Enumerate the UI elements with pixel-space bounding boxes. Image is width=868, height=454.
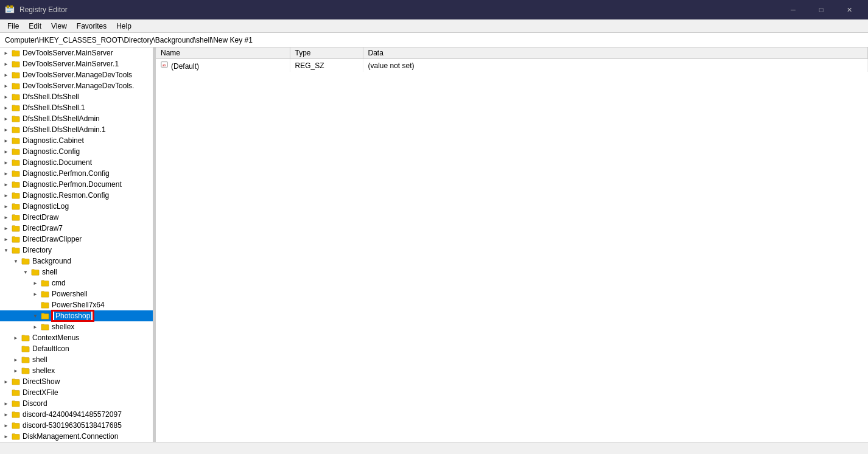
- cell-type: REG_SZ: [290, 59, 363, 72]
- tree-item[interactable]: ▼ Photoshop: [0, 310, 153, 321]
- folder-icon: [11, 114, 21, 124]
- tree-expand-icon[interactable]: ►: [1, 169, 11, 178]
- folder-icon: [11, 158, 21, 167]
- menu-favorites[interactable]: Favorites: [72, 21, 111, 32]
- tree-expand-icon[interactable]: ▼: [30, 311, 40, 321]
- close-button[interactable]: ✕: [835, 0, 863, 19]
- tree-expand-icon[interactable]: ►: [1, 70, 11, 80]
- tree-expand-icon[interactable]: [11, 344, 21, 354]
- tree-item-label: DfsShell.DfsShell: [23, 93, 79, 101]
- folder-icon: [11, 48, 21, 58]
- tree-item[interactable]: ► DevToolsServer.MainServer: [0, 47, 153, 58]
- tree-item[interactable]: ► DevToolsServer.ManageDevTools.: [0, 80, 153, 91]
- tree-expand-icon[interactable]: ►: [1, 377, 11, 386]
- tree-item[interactable]: ► Powershell: [0, 288, 153, 299]
- tree-item-label: Diagnostic.Cabinet: [23, 136, 84, 145]
- tree-item[interactable]: ► DirectDraw: [0, 212, 153, 223]
- menu-view[interactable]: View: [46, 21, 72, 32]
- tree-expand-icon[interactable]: ►: [30, 278, 40, 288]
- tree-item[interactable]: ► DevToolsServer.MainServer.1: [0, 58, 153, 69]
- col-header-type[interactable]: Type: [290, 47, 363, 59]
- tree-expand-icon[interactable]: ►: [1, 190, 11, 200]
- tree-item[interactable]: PowerShell7x64: [0, 299, 153, 310]
- tree-item[interactable]: ► DiagnosticLog: [0, 201, 153, 212]
- menu-help[interactable]: Help: [111, 21, 136, 32]
- tree-expand-icon[interactable]: ►: [1, 180, 11, 189]
- col-header-name[interactable]: Name: [156, 47, 290, 59]
- tree-item[interactable]: ► Diagnostic.Config: [0, 146, 153, 157]
- tree-expand-icon[interactable]: [1, 388, 11, 397]
- tree-item[interactable]: ► Discord: [0, 398, 153, 409]
- tree-expand-icon[interactable]: ►: [1, 201, 11, 211]
- tree-item[interactable]: ► discord-424004941485572097: [0, 409, 153, 420]
- maximize-button[interactable]: □: [807, 0, 835, 19]
- tree-item[interactable]: ► Diagnostic.Perfmon.Config: [0, 168, 153, 179]
- tree-item[interactable]: ► DiskManagement.Connection: [0, 431, 153, 442]
- tree-item[interactable]: ► cmd: [0, 278, 153, 288]
- tree-expand-icon[interactable]: ►: [1, 410, 11, 419]
- tree-expand-icon[interactable]: ►: [1, 125, 11, 134]
- tree-item[interactable]: ► Diagnostic.Cabinet: [0, 135, 153, 146]
- tree-item[interactable]: ► DirectDraw7: [0, 223, 153, 234]
- tree-expand-icon[interactable]: ►: [1, 136, 11, 145]
- tree-item[interactable]: ► DfsShell.DfsShellAdmin.1: [0, 124, 153, 135]
- tree-expand-icon[interactable]: ►: [1, 48, 11, 58]
- tree-item[interactable]: ► discord-530196305138417685: [0, 420, 153, 431]
- tree-expand-icon[interactable]: ►: [1, 158, 11, 167]
- tree-item-label: DiskManagement.Connection: [23, 432, 118, 441]
- tree-expand-icon[interactable]: ►: [1, 421, 11, 430]
- tree-panel[interactable]: ► DevToolsServer.MainServer► DevToolsSer…: [0, 47, 153, 442]
- menu-file[interactable]: File: [2, 21, 24, 32]
- folder-icon: [11, 421, 21, 430]
- minimize-button[interactable]: ─: [779, 0, 807, 19]
- folder-icon: [11, 377, 21, 386]
- tree-expand-icon[interactable]: ►: [1, 431, 11, 441]
- tree-expand-icon[interactable]: ▼: [1, 245, 11, 255]
- table-row[interactable]: ab(Default)REG_SZ(value not set): [156, 59, 868, 72]
- tree-expand-icon[interactable]: ►: [1, 103, 11, 113]
- tree-expand-icon[interactable]: ►: [1, 81, 11, 91]
- tree-expand-icon[interactable]: ►: [1, 212, 11, 222]
- menu-edit[interactable]: Edit: [24, 21, 46, 32]
- title-bar: Registry Editor ─ □ ✕: [0, 0, 868, 19]
- tree-item[interactable]: ▼ Background: [0, 256, 153, 267]
- tree-item[interactable]: ► DfsShell.DfsShell: [0, 91, 153, 102]
- tree-expand-icon[interactable]: ►: [1, 399, 11, 408]
- svg-text:ab: ab: [163, 63, 166, 67]
- tree-item[interactable]: ► shellex: [0, 321, 153, 332]
- tree-item[interactable]: DefaultIcon: [0, 343, 153, 354]
- tree-expand-icon[interactable]: ►: [1, 59, 11, 69]
- tree-item[interactable]: DirectXFile: [0, 387, 153, 398]
- tree-item[interactable]: ▼ shell: [0, 267, 153, 278]
- tree-item-label: DirectDraw: [23, 213, 58, 222]
- tree-item[interactable]: ► DfsShell.DfsShell.1: [0, 102, 153, 113]
- col-header-data[interactable]: Data: [363, 47, 868, 59]
- tree-item[interactable]: ► DirectDrawClipper: [0, 234, 153, 245]
- tree-expand-icon[interactable]: [30, 300, 40, 310]
- tree-expand-icon[interactable]: ►: [30, 322, 40, 332]
- tree-item[interactable]: ► DfsShell.DfsShellAdmin: [0, 113, 153, 124]
- tree-expand-icon[interactable]: ►: [1, 223, 11, 233]
- tree-expand-icon[interactable]: ►: [11, 355, 21, 365]
- tree-item[interactable]: ► ContextMenus: [0, 332, 153, 343]
- tree-expand-icon[interactable]: ►: [11, 366, 21, 375]
- tree-item[interactable]: ► shell: [0, 354, 153, 365]
- tree-item[interactable]: ▼ Directory: [0, 245, 153, 256]
- tree-item[interactable]: ► shellex: [0, 365, 153, 376]
- tree-expand-icon[interactable]: ▼: [11, 256, 21, 266]
- tree-expand-icon[interactable]: ▼: [21, 267, 30, 277]
- tree-expand-icon[interactable]: ►: [1, 147, 11, 156]
- tree-item[interactable]: ► Diagnostic.Document: [0, 157, 153, 168]
- folder-icon: [30, 267, 40, 277]
- tree-item[interactable]: ► Diagnostic.Perfmon.Document: [0, 179, 153, 190]
- tree-expand-icon[interactable]: ►: [1, 92, 11, 102]
- tree-item[interactable]: ► Diagnostic.Resmon.Config: [0, 190, 153, 201]
- tree-expand-icon[interactable]: ►: [1, 234, 11, 244]
- tree-item-label: Diagnostic.Perfmon.Document: [23, 180, 122, 189]
- tree-expand-icon[interactable]: ►: [30, 289, 40, 299]
- tree-expand-icon[interactable]: ►: [1, 114, 11, 124]
- tree-item[interactable]: ► DevToolsServer.ManageDevTools: [0, 69, 153, 80]
- tree-item[interactable]: ► DirectShow: [0, 376, 153, 387]
- folder-icon: [11, 103, 21, 113]
- tree-expand-icon[interactable]: ►: [11, 333, 21, 343]
